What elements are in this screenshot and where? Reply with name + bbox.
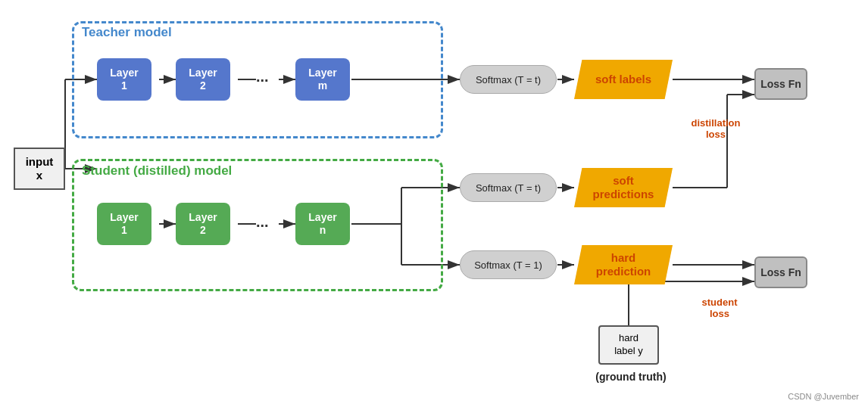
input-box: inputx	[14, 148, 65, 190]
diagram: inputx Teacher model Student (distilled)…	[0, 0, 868, 407]
student-layer-n-label: Layern	[308, 211, 336, 237]
hard-label-box: hardlabel y	[598, 325, 659, 365]
student-label: Student (distilled) model	[82, 163, 232, 179]
teacher-layer-1-label: Layer1	[110, 67, 138, 92]
student-layer-1: Layer1	[97, 203, 151, 245]
teacher-layer-2-label: Layer2	[189, 67, 217, 92]
teacher-layer-1: Layer1	[97, 58, 151, 101]
teacher-softmax-label: Softmax (T = t)	[476, 74, 541, 85]
soft-labels-box: soft labels	[574, 60, 673, 99]
loss-fn-top-label: Loss Fn	[760, 78, 801, 90]
distillation-loss-label: distillationloss	[682, 117, 750, 140]
input-label: inputx	[26, 155, 54, 182]
soft-labels-text: soft labels	[595, 73, 651, 86]
student-layer-1-label: Layer1	[110, 211, 138, 237]
student-layer-2: Layer2	[176, 203, 230, 245]
teacher-label: Teacher model	[82, 25, 172, 40]
student-dots: ...	[256, 213, 269, 231]
teacher-dots: ...	[256, 68, 269, 85]
teacher-softmax: Softmax (T = t)	[460, 65, 557, 94]
student-layer-2-label: Layer2	[189, 211, 217, 237]
loss-fn-top: Loss Fn	[754, 68, 807, 100]
teacher-layer-m: Layerm	[295, 58, 350, 101]
soft-predictions-box: softpredictions	[574, 168, 673, 207]
hard-prediction-text: hardprediction	[596, 251, 651, 278]
student-layer-n: Layern	[295, 203, 350, 245]
student-softmax-bottom-label: Softmax (T = 1)	[474, 259, 542, 271]
hard-label-text: hardlabel y	[614, 332, 643, 358]
student-softmax-top-label: Softmax (T = t)	[476, 182, 541, 194]
loss-fn-bottom-label: Loss Fn	[760, 266, 801, 278]
ground-truth-label: (ground truth)	[585, 371, 676, 383]
soft-predictions-text: softpredictions	[593, 174, 654, 201]
loss-fn-bottom: Loss Fn	[754, 256, 807, 288]
student-loss-label: studentloss	[689, 297, 750, 319]
watermark: CSDN @Juvember	[788, 392, 859, 401]
student-softmax-bottom: Softmax (T = 1)	[460, 250, 557, 279]
teacher-layer-m-label: Layerm	[308, 67, 336, 92]
hard-prediction-box: hardprediction	[574, 245, 673, 284]
teacher-layer-2: Layer2	[176, 58, 230, 101]
student-softmax-top: Softmax (T = t)	[460, 173, 557, 202]
